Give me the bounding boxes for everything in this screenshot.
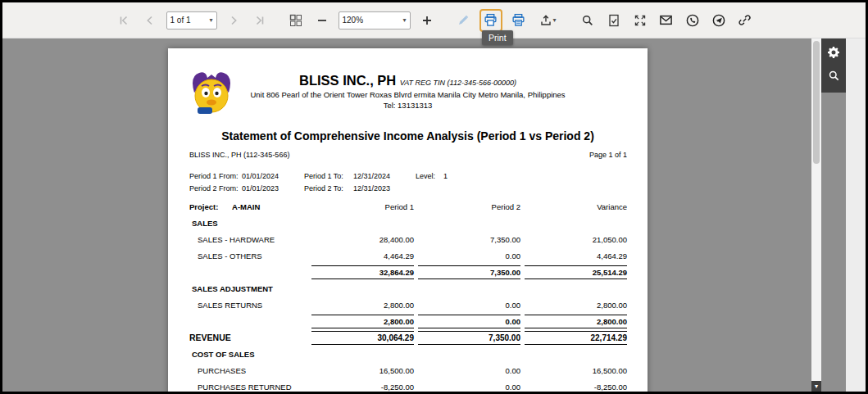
first-page-icon bbox=[117, 14, 130, 27]
row-value: 0.00 bbox=[418, 366, 520, 375]
zoom-in-button[interactable] bbox=[417, 11, 437, 30]
previous-page-button[interactable] bbox=[140, 11, 160, 30]
project-cell: Project: A-MAIN bbox=[168, 202, 307, 211]
table-row: 32,864.297,350.0025,514.29 bbox=[168, 264, 648, 280]
zoom-select-value: 120% bbox=[343, 16, 364, 25]
row-label: PURCHASES RETURNED bbox=[168, 383, 307, 392]
multipage-view-button[interactable] bbox=[286, 11, 306, 30]
plus-icon bbox=[420, 14, 434, 27]
row-label: REVENUE bbox=[168, 333, 307, 342]
row-value: 2,800.00 bbox=[525, 301, 627, 310]
search-icon bbox=[581, 14, 594, 27]
report-meta: BLISS INC., PH (112-345-566) Page 1 of 1 bbox=[189, 151, 627, 159]
vertical-scrollbar[interactable] bbox=[811, 38, 821, 392]
table-row: PURCHASES16,500.000.0016,500.00 bbox=[168, 362, 648, 378]
document-check-icon bbox=[607, 14, 620, 27]
table-row: SALES - HARDWARE28,400.007,350.0021,050.… bbox=[168, 231, 648, 247]
page-select[interactable]: 1 of 1 ▾ bbox=[166, 11, 217, 29]
row-value: 7,350.00 bbox=[418, 235, 520, 244]
scrollbar-thumb[interactable] bbox=[813, 41, 820, 164]
page-select-value: 1 of 1 bbox=[170, 16, 191, 25]
row-value: 22,714.29 bbox=[525, 331, 627, 345]
scroll-down-button[interactable]: ▾ bbox=[811, 381, 821, 392]
report-viewer-window: 1 of 1 ▾ 120% ▾ bbox=[0, 0, 868, 394]
email-share-button[interactable] bbox=[657, 11, 676, 30]
company-tel: Tel: 13131313 bbox=[168, 101, 648, 110]
right-rail bbox=[846, 38, 866, 392]
table-row: PURCHASES RETURNED-8,250.000.00-8,250.00 bbox=[168, 378, 648, 392]
level-value: 1 bbox=[443, 172, 448, 180]
next-page-button[interactable] bbox=[224, 11, 243, 30]
zoom-select[interactable]: 120% ▾ bbox=[339, 11, 411, 29]
export-icon bbox=[539, 14, 552, 27]
chevron-right-icon bbox=[227, 14, 240, 27]
search-panel-tab-button[interactable] bbox=[824, 68, 843, 88]
table-header-row: Project: A-MAIN Period 1 Period 2 Varian… bbox=[168, 198, 648, 215]
row-label: SALES - OTHERS bbox=[168, 251, 307, 260]
whatsapp-share-button[interactable] bbox=[683, 11, 702, 30]
meta-page-number: Page 1 of 1 bbox=[589, 151, 627, 159]
row-value: 21,050.00 bbox=[525, 235, 627, 244]
table-row: COST OF SALES bbox=[168, 346, 648, 362]
last-page-button[interactable] bbox=[250, 11, 270, 30]
first-page-button[interactable] bbox=[114, 11, 134, 30]
income-table: Project: A-MAIN Period 1 Period 2 Varian… bbox=[168, 198, 648, 392]
chevron-down-icon: ▾ bbox=[402, 16, 406, 24]
chevron-down-icon: ▾ bbox=[209, 16, 212, 24]
row-value: 7,350.00 bbox=[418, 331, 520, 345]
period2-from-label: Period 2 From: bbox=[189, 184, 242, 192]
row-value: 0.00 bbox=[418, 251, 520, 260]
row-value: -8,250.00 bbox=[311, 383, 414, 392]
meta-company-tin: BLISS INC., PH (112-345-566) bbox=[189, 151, 289, 159]
last-page-icon bbox=[253, 14, 266, 27]
right-panel-tabs bbox=[821, 38, 846, 93]
project-label: Project: bbox=[189, 202, 218, 211]
report-title: Statement of Comprehensive Income Analys… bbox=[168, 129, 648, 143]
row-label: SALES ADJUSTMENT bbox=[168, 284, 627, 293]
highlight-editing-fields-button[interactable] bbox=[453, 11, 473, 30]
period1-to-value: 12/31/2024 bbox=[353, 172, 416, 180]
document-verify-button[interactable] bbox=[604, 11, 624, 30]
multipage-icon bbox=[289, 14, 302, 27]
project-value: A-MAIN bbox=[232, 202, 260, 211]
row-value: 25,514.29 bbox=[525, 265, 627, 279]
row-value: 0.00 bbox=[418, 383, 520, 392]
company-name: BLISS INC., PH bbox=[299, 73, 396, 88]
fullscreen-button[interactable] bbox=[630, 11, 650, 30]
copy-link-button[interactable] bbox=[735, 11, 755, 30]
zoom-out-button[interactable] bbox=[312, 11, 332, 30]
row-value: 2,800.00 bbox=[525, 315, 627, 328]
company-header: BLISS INC., PH VAT REG TIN (112-345-566-… bbox=[168, 73, 648, 110]
telegram-share-button[interactable] bbox=[709, 11, 729, 30]
level-label: Level: bbox=[416, 172, 443, 180]
gear-icon bbox=[827, 46, 840, 62]
period1-from-value: 01/01/2024 bbox=[242, 172, 304, 180]
chevron-down-icon: ▾ bbox=[552, 16, 556, 24]
row-value: 4,464.29 bbox=[525, 251, 627, 260]
row-value: 28,400.00 bbox=[311, 235, 414, 244]
period1-to-label: Period 1 To: bbox=[304, 172, 353, 180]
print-page-button[interactable] bbox=[509, 11, 529, 30]
table-row: SALES ADJUSTMENT bbox=[168, 280, 648, 297]
company-address: Unit 806 Pearl of the Orient Tower Roxas… bbox=[168, 90, 648, 99]
minus-icon bbox=[316, 14, 329, 27]
export-button[interactable]: ▾ bbox=[535, 11, 561, 30]
search-button[interactable] bbox=[578, 11, 598, 30]
period2-to-value: 12/31/2023 bbox=[353, 184, 416, 192]
mail-icon bbox=[659, 13, 673, 27]
whatsapp-icon bbox=[685, 13, 700, 28]
link-icon bbox=[738, 13, 752, 27]
search-icon bbox=[828, 70, 840, 85]
table-row: REVENUE30,064.297,350.0022,714.29 bbox=[168, 329, 648, 346]
row-value: 2,800.00 bbox=[311, 301, 414, 310]
report-rows: SALESSALES - HARDWARE28,400.007,350.0021… bbox=[168, 215, 648, 392]
column-header-period1: Period 1 bbox=[311, 202, 414, 211]
print-button[interactable] bbox=[482, 11, 500, 29]
row-value: 16,500.00 bbox=[525, 366, 627, 375]
settings-tab-button[interactable] bbox=[824, 44, 843, 64]
print-tooltip: Print bbox=[482, 30, 513, 45]
period-filters: Period 1 From: 01/01/2024 Period 1 To: 1… bbox=[189, 170, 448, 194]
row-value: 0.00 bbox=[418, 315, 520, 328]
row-value: 30,064.29 bbox=[311, 331, 414, 345]
toolbar: 1 of 1 ▾ 120% ▾ bbox=[2, 2, 866, 38]
